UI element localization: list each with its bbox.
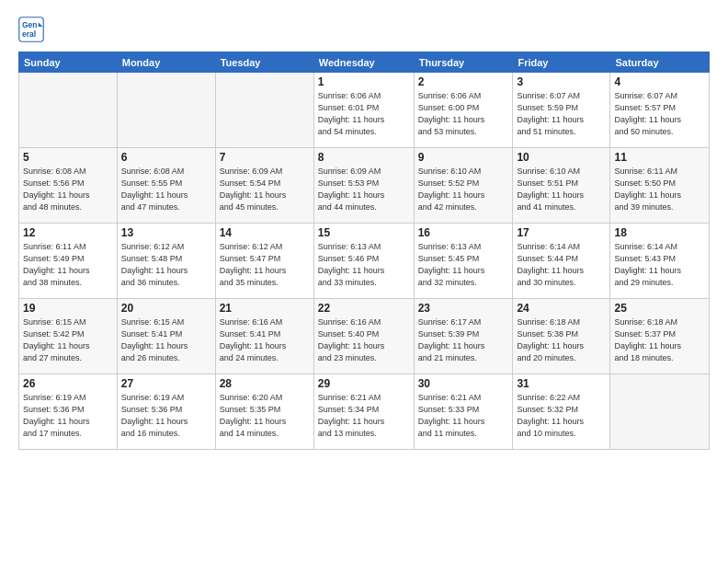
calendar-cell: 12Sunrise: 6:11 AMSunset: 5:49 PMDayligh… xyxy=(19,224,118,299)
calendar-cell: 30Sunrise: 6:21 AMSunset: 5:33 PMDayligh… xyxy=(414,374,513,450)
day-number: 8 xyxy=(318,151,410,164)
day-info: Sunrise: 6:22 AMSunset: 5:32 PMDaylight:… xyxy=(517,392,606,440)
day-number: 22 xyxy=(318,302,410,315)
day-info: Sunrise: 6:16 AMSunset: 5:40 PMDaylight:… xyxy=(318,316,410,364)
day-number: 30 xyxy=(418,377,509,390)
day-number: 23 xyxy=(418,302,509,315)
day-number: 31 xyxy=(517,377,606,390)
day-info: Sunrise: 6:13 AMSunset: 5:45 PMDaylight:… xyxy=(418,241,509,289)
calendar-cell: 14Sunrise: 6:12 AMSunset: 5:47 PMDayligh… xyxy=(215,224,313,299)
day-info: Sunrise: 6:14 AMSunset: 5:43 PMDaylight:… xyxy=(614,241,705,289)
calendar-cell: 9Sunrise: 6:10 AMSunset: 5:52 PMDaylight… xyxy=(414,148,513,224)
day-info: Sunrise: 6:08 AMSunset: 5:56 PMDaylight:… xyxy=(23,166,113,213)
day-number: 13 xyxy=(121,226,211,239)
calendar-cell: 26Sunrise: 6:19 AMSunset: 5:36 PMDayligh… xyxy=(19,374,118,450)
day-info: Sunrise: 6:07 AMSunset: 5:59 PMDaylight:… xyxy=(517,90,606,138)
day-number: 1 xyxy=(318,75,410,88)
day-number: 25 xyxy=(614,302,705,315)
calendar-cell: 7Sunrise: 6:09 AMSunset: 5:54 PMDaylight… xyxy=(215,148,313,224)
calendar-cell: 28Sunrise: 6:20 AMSunset: 5:35 PMDayligh… xyxy=(215,374,313,450)
page: Gen eral SundayMondayTuesdayWednesdayThu… xyxy=(0,0,728,563)
calendar-cell: 23Sunrise: 6:17 AMSunset: 5:39 PMDayligh… xyxy=(414,299,513,374)
day-info: Sunrise: 6:21 AMSunset: 5:33 PMDaylight:… xyxy=(418,392,509,440)
calendar-cell: 11Sunrise: 6:11 AMSunset: 5:50 PMDayligh… xyxy=(610,148,710,224)
calendar-cell: 19Sunrise: 6:15 AMSunset: 5:42 PMDayligh… xyxy=(19,299,118,374)
calendar-cell: 21Sunrise: 6:16 AMSunset: 5:41 PMDayligh… xyxy=(215,299,313,374)
logo-icon: Gen eral xyxy=(18,17,44,42)
calendar-cell: 4Sunrise: 6:07 AMSunset: 5:57 PMDaylight… xyxy=(610,73,710,148)
weekday-header-thursday: Thursday xyxy=(414,52,513,73)
day-number: 29 xyxy=(318,377,410,390)
day-number: 27 xyxy=(121,377,211,390)
day-info: Sunrise: 6:08 AMSunset: 5:55 PMDaylight:… xyxy=(121,166,211,213)
day-info: Sunrise: 6:06 AMSunset: 6:00 PMDaylight:… xyxy=(418,90,509,138)
calendar-cell: 1Sunrise: 6:06 AMSunset: 6:01 PMDaylight… xyxy=(313,73,414,148)
day-number: 18 xyxy=(614,226,705,239)
day-number: 21 xyxy=(220,302,310,315)
calendar-cell: 27Sunrise: 6:19 AMSunset: 5:36 PMDayligh… xyxy=(117,374,215,450)
day-info: Sunrise: 6:15 AMSunset: 5:42 PMDaylight:… xyxy=(23,316,113,364)
svg-text:eral: eral xyxy=(22,29,36,39)
day-number: 14 xyxy=(220,226,310,239)
day-info: Sunrise: 6:12 AMSunset: 5:47 PMDaylight:… xyxy=(220,241,310,289)
day-info: Sunrise: 6:17 AMSunset: 5:39 PMDaylight:… xyxy=(418,316,509,364)
svg-text:Gen: Gen xyxy=(22,20,38,29)
calendar-week-2: 5Sunrise: 6:08 AMSunset: 5:56 PMDaylight… xyxy=(19,148,710,224)
calendar-cell: 6Sunrise: 6:08 AMSunset: 5:55 PMDaylight… xyxy=(117,148,215,224)
day-info: Sunrise: 6:13 AMSunset: 5:46 PMDaylight:… xyxy=(318,241,410,289)
day-info: Sunrise: 6:10 AMSunset: 5:52 PMDaylight:… xyxy=(418,166,509,213)
day-number: 26 xyxy=(23,377,113,390)
calendar-week-3: 12Sunrise: 6:11 AMSunset: 5:49 PMDayligh… xyxy=(19,224,710,299)
day-info: Sunrise: 6:19 AMSunset: 5:36 PMDaylight:… xyxy=(23,392,113,440)
day-info: Sunrise: 6:18 AMSunset: 5:37 PMDaylight:… xyxy=(614,316,705,364)
calendar-cell xyxy=(610,374,710,450)
weekday-header-sunday: Sunday xyxy=(19,52,118,73)
day-number: 3 xyxy=(517,75,606,88)
day-info: Sunrise: 6:12 AMSunset: 5:48 PMDaylight:… xyxy=(121,241,211,289)
day-info: Sunrise: 6:20 AMSunset: 5:35 PMDaylight:… xyxy=(220,392,310,440)
day-number: 2 xyxy=(418,75,509,88)
calendar-cell: 20Sunrise: 6:15 AMSunset: 5:41 PMDayligh… xyxy=(117,299,215,374)
day-info: Sunrise: 6:19 AMSunset: 5:36 PMDaylight:… xyxy=(121,392,211,440)
day-info: Sunrise: 6:09 AMSunset: 5:54 PMDaylight:… xyxy=(220,166,310,213)
day-info: Sunrise: 6:21 AMSunset: 5:34 PMDaylight:… xyxy=(318,392,410,440)
calendar: SundayMondayTuesdayWednesdayThursdayFrid… xyxy=(18,52,710,450)
day-info: Sunrise: 6:11 AMSunset: 5:49 PMDaylight:… xyxy=(23,241,113,289)
weekday-header-monday: Monday xyxy=(117,52,215,73)
day-number: 12 xyxy=(23,226,113,239)
day-info: Sunrise: 6:10 AMSunset: 5:51 PMDaylight:… xyxy=(517,166,606,213)
calendar-week-5: 26Sunrise: 6:19 AMSunset: 5:36 PMDayligh… xyxy=(19,374,710,450)
day-number: 17 xyxy=(517,226,606,239)
weekday-header-wednesday: Wednesday xyxy=(313,52,414,73)
calendar-cell: 31Sunrise: 6:22 AMSunset: 5:32 PMDayligh… xyxy=(513,374,610,450)
header: Gen eral xyxy=(18,17,710,42)
day-number: 6 xyxy=(121,151,211,164)
calendar-cell: 17Sunrise: 6:14 AMSunset: 5:44 PMDayligh… xyxy=(513,224,610,299)
calendar-cell: 10Sunrise: 6:10 AMSunset: 5:51 PMDayligh… xyxy=(513,148,610,224)
calendar-cell xyxy=(19,73,118,148)
calendar-cell: 25Sunrise: 6:18 AMSunset: 5:37 PMDayligh… xyxy=(610,299,710,374)
day-number: 9 xyxy=(418,151,509,164)
day-number: 15 xyxy=(318,226,410,239)
calendar-cell: 16Sunrise: 6:13 AMSunset: 5:45 PMDayligh… xyxy=(414,224,513,299)
day-number: 24 xyxy=(517,302,606,315)
calendar-cell: 13Sunrise: 6:12 AMSunset: 5:48 PMDayligh… xyxy=(117,224,215,299)
calendar-week-4: 19Sunrise: 6:15 AMSunset: 5:42 PMDayligh… xyxy=(19,299,710,374)
day-number: 19 xyxy=(23,302,113,315)
weekday-header-saturday: Saturday xyxy=(610,52,710,73)
day-info: Sunrise: 6:18 AMSunset: 5:38 PMDaylight:… xyxy=(517,316,606,364)
day-info: Sunrise: 6:09 AMSunset: 5:53 PMDaylight:… xyxy=(318,166,410,213)
day-number: 20 xyxy=(121,302,211,315)
logo: Gen eral xyxy=(18,17,48,42)
day-number: 10 xyxy=(517,151,606,164)
calendar-cell: 24Sunrise: 6:18 AMSunset: 5:38 PMDayligh… xyxy=(513,299,610,374)
day-number: 16 xyxy=(418,226,509,239)
weekday-header-tuesday: Tuesday xyxy=(215,52,313,73)
calendar-cell: 2Sunrise: 6:06 AMSunset: 6:00 PMDaylight… xyxy=(414,73,513,148)
weekday-header-friday: Friday xyxy=(513,52,610,73)
day-number: 5 xyxy=(23,151,113,164)
calendar-cell: 15Sunrise: 6:13 AMSunset: 5:46 PMDayligh… xyxy=(313,224,414,299)
calendar-cell: 29Sunrise: 6:21 AMSunset: 5:34 PMDayligh… xyxy=(313,374,414,450)
calendar-cell: 18Sunrise: 6:14 AMSunset: 5:43 PMDayligh… xyxy=(610,224,710,299)
day-info: Sunrise: 6:14 AMSunset: 5:44 PMDaylight:… xyxy=(517,241,606,289)
